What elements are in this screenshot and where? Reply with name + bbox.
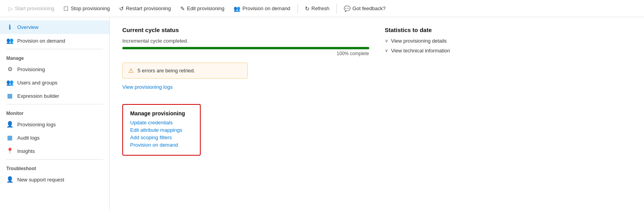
current-cycle-section: Current cycle status Incremental cycle c… — [122, 27, 369, 90]
main-layout: ℹ Overview 👥 Provision on demand Manage … — [0, 17, 644, 210]
info-circle-icon: ℹ — [6, 23, 13, 31]
users-icon: 👥 — [6, 79, 13, 86]
manage-provisioning-box: Manage provisioning Update credentials E… — [122, 104, 201, 156]
warning-icon: ⚠ — [128, 67, 134, 74]
cycle-status-text: Incremental cycle completed. — [122, 38, 369, 44]
insights-icon: 📍 — [6, 147, 13, 154]
view-provisioning-logs-link[interactable]: View provisioning logs — [122, 84, 172, 90]
support-icon: 👤 — [6, 176, 13, 183]
audit-icon: ▦ — [6, 134, 13, 141]
sidebar-item-support[interactable]: 👤 New support request — [0, 173, 109, 186]
chevron-down-icon: ∨ — [385, 38, 388, 43]
refresh-icon: ↻ — [305, 5, 310, 12]
separator-1 — [298, 4, 298, 13]
feedback-button[interactable]: 💬 Got feedback? — [340, 3, 390, 14]
progress-bar-fill — [122, 47, 369, 49]
divider-troubleshoot — [6, 159, 103, 160]
gear-icon: ⚙ — [6, 66, 13, 73]
update-credentials-link[interactable]: Update credentials — [130, 120, 193, 126]
person-icon: 👤 — [6, 121, 13, 128]
statistics-title: Statistics to date — [385, 27, 632, 33]
sidebar-item-users-groups[interactable]: 👥 Users and groups — [0, 76, 109, 89]
current-cycle-title: Current cycle status — [122, 27, 369, 33]
separator-2 — [336, 4, 337, 13]
grid-icon: ▦ — [6, 92, 13, 99]
view-provisioning-details-item[interactable]: ∨ View provisioning details — [385, 38, 632, 44]
stop-icon: ☐ — [63, 5, 69, 12]
two-column-section: Current cycle status Incremental cycle c… — [122, 27, 631, 90]
toolbar: ▷ Start provisioning ☐ Stop provisioning… — [0, 0, 644, 17]
provision-on-demand-toolbar-button[interactable]: 👥 Provision on demand — [230, 3, 294, 14]
warning-box: ⚠ 5 errors are being retried. — [122, 63, 248, 79]
provision-icon: 👥 — [234, 5, 240, 12]
restart-provisioning-button[interactable]: ↺ Restart provisioning — [115, 3, 175, 14]
chevron-down-icon-2: ∨ — [385, 48, 388, 53]
edit-attribute-mappings-link[interactable]: Edit attribute mappings — [130, 127, 193, 133]
sidebar-item-overview[interactable]: ℹ Overview — [0, 20, 109, 34]
statistics-section: Statistics to date ∨ View provisioning d… — [385, 27, 632, 90]
feedback-icon: 💬 — [344, 5, 350, 12]
sidebar-item-audit-logs[interactable]: ▦ Audit logs — [0, 131, 109, 144]
edit-icon: ✎ — [180, 5, 185, 12]
sidebar-item-provision-demand[interactable]: 👥 Provision on demand — [0, 34, 109, 47]
manage-provisioning-title: Manage provisioning — [130, 110, 193, 117]
add-scoping-filters-link[interactable]: Add scoping filters — [130, 135, 193, 140]
refresh-button[interactable]: ↻ Refresh — [301, 3, 334, 14]
sidebar: ℹ Overview 👥 Provision on demand Manage … — [0, 17, 110, 210]
progress-bar-container — [122, 47, 369, 49]
stop-provisioning-button[interactable]: ☐ Stop provisioning — [60, 3, 114, 14]
sidebar-item-provisioning[interactable]: ⚙ Provisioning — [0, 63, 109, 76]
sidebar-item-insights[interactable]: 📍 Insights — [0, 144, 109, 158]
troubleshoot-section-label: Troubleshoot — [0, 161, 109, 173]
start-provisioning-button[interactable]: ▷ Start provisioning — [5, 3, 58, 14]
restart-icon: ↺ — [119, 5, 124, 12]
monitor-section-label: Monitor — [0, 106, 109, 118]
warning-text: 5 errors are being retried. — [138, 68, 195, 74]
start-icon: ▷ — [9, 5, 13, 12]
edit-provisioning-button[interactable]: ✎ Edit provisioning — [176, 3, 228, 14]
provision-on-demand-content-link[interactable]: Provision on demand — [130, 142, 193, 148]
sidebar-item-provisioning-logs[interactable]: 👤 Provisioning logs — [0, 118, 109, 131]
progress-label: 100% complete — [122, 51, 369, 56]
sidebar-item-expression-builder[interactable]: ▦ Expression builder — [0, 89, 109, 102]
content-area: Current cycle status Incremental cycle c… — [110, 17, 644, 210]
divider-monitor — [6, 104, 103, 104]
view-technical-info-item[interactable]: ∨ View technical information — [385, 48, 632, 54]
divider-manage — [6, 49, 103, 49]
manage-section-label: Manage — [0, 51, 109, 63]
provision-demand-icon: 👥 — [6, 37, 13, 44]
